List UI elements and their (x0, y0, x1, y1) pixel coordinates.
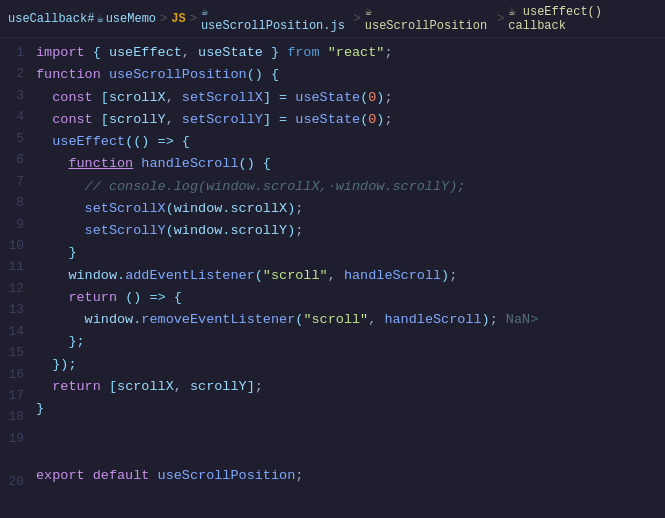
sep4: > (497, 12, 504, 26)
line-8: setScrollX(window.scrollX); (36, 198, 665, 220)
line-numbers: 1 2 3 4 5 6 7 8 9 10 11 12 13 14 15 16 1… (0, 42, 32, 518)
line-3: const [scrollX, setScrollX] = useState(0… (36, 87, 665, 109)
line-1: import { useEffect, useState } from "rea… (36, 42, 665, 64)
line-11: window.addEventListener("scroll", handle… (36, 265, 665, 287)
line-15: }); (36, 354, 665, 376)
line-20: export default useScrollPosition; (36, 465, 665, 487)
sep3: > (354, 12, 361, 26)
breadcrumb: useCallback# ☕ useMemo > JS > ☕ useScrol… (0, 0, 665, 38)
breadcrumb-js: JS (171, 12, 185, 26)
line-5: useEffect(() => { (36, 131, 665, 153)
breadcrumb-usememo: useMemo (106, 12, 156, 26)
line-7: // console.log(window.scrollX,·window.sc… (36, 176, 665, 198)
sep1: > (160, 12, 167, 26)
line-12: return () => { (36, 287, 665, 309)
line-4: const [scrollY, setScrollY] = useState(0… (36, 109, 665, 131)
breadcrumb-usecallback: useCallback# (8, 12, 94, 26)
line-17: } (36, 398, 665, 420)
breadcrumb-effect: ☕ useEffect() callback (508, 4, 657, 33)
sep2: > (190, 12, 197, 26)
line-18 (36, 421, 665, 443)
line-14: }; (36, 331, 665, 353)
editor: useCallback# ☕ useMemo > JS > ☕ useScrol… (0, 0, 665, 518)
line-16: return [scrollX, scrollY]; (36, 376, 665, 398)
line-10: } (36, 242, 665, 264)
line-6: function handleScroll() { (36, 153, 665, 175)
code-content: import { useEffect, useState } from "rea… (32, 42, 665, 518)
line-13: window.removeEventListener("scroll", han… (36, 309, 665, 331)
line-9: setScrollY(window.scrollY); (36, 220, 665, 242)
breadcrumb-file: ☕ useScrollPosition.js (201, 4, 350, 33)
breadcrumb-func: ☕ useScrollPosition (365, 4, 493, 33)
line-19 (36, 443, 665, 465)
line-2: function useScrollPosition() { (36, 64, 665, 86)
code-area: 1 2 3 4 5 6 7 8 9 10 11 12 13 14 15 16 1… (0, 38, 665, 518)
breadcrumb-usememo-icon: ☕ (96, 11, 103, 26)
nan-label: NaN> (506, 309, 538, 331)
